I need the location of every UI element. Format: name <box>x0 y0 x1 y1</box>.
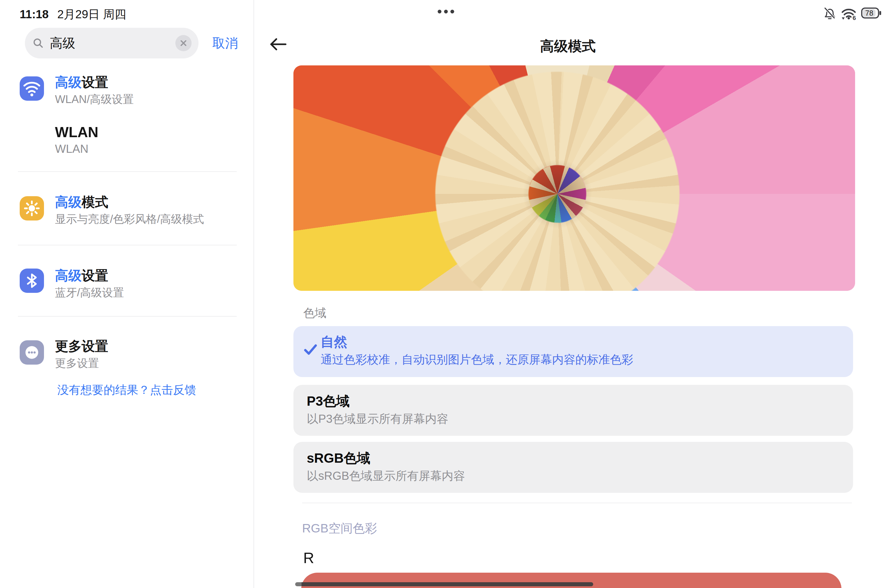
search-query-text: 高级 <box>50 35 176 52</box>
red-channel-label: R <box>303 549 314 567</box>
feedback-link[interactable]: 没有想要的结果？点击反馈 <box>0 382 254 398</box>
pencils-image <box>293 65 855 291</box>
result-title-highlight: 高级 <box>55 268 82 283</box>
option-subtitle: 以sRGB色域显示所有屏幕内容 <box>307 468 465 484</box>
gamut-option-srgb[interactable]: sRGB色域 以sRGB色域显示所有屏幕内容 <box>293 442 853 493</box>
result-subtitle: WLAN/高级设置 <box>55 92 134 107</box>
window-menu-dots-icon[interactable] <box>436 8 456 15</box>
cancel-search-button[interactable]: 取消 <box>212 35 238 52</box>
search-results-panel: 11:18 2月29日 周四 高级 取消 <box>0 0 254 588</box>
battery-icon: 78 <box>861 7 881 20</box>
bluetooth-icon <box>20 268 44 293</box>
check-icon <box>303 342 318 357</box>
gamut-section-label: 色域 <box>303 305 326 321</box>
list-divider <box>18 316 237 316</box>
section-divider <box>302 502 852 503</box>
result-title-highlight: 高级 <box>55 75 82 90</box>
option-subtitle: 以P3色域显示所有屏幕内容 <box>307 411 448 427</box>
gamut-option-p3[interactable]: P3色域 以P3色域显示所有屏幕内容 <box>293 385 853 436</box>
result-title-rest: 设置 <box>82 75 108 90</box>
option-title: P3色域 <box>307 392 350 410</box>
svg-text:6: 6 <box>852 15 856 20</box>
panel-divider <box>254 0 254 588</box>
list-divider <box>18 171 237 172</box>
result-subtitle: WLAN <box>55 142 88 155</box>
mute-bell-icon <box>822 6 836 20</box>
result-subtitle: 更多设置 <box>55 356 99 370</box>
status-time: 11:18 <box>20 8 49 21</box>
red-channel-slider-progress[interactable] <box>295 582 593 586</box>
search-input[interactable]: 高级 <box>25 28 198 58</box>
result-title-highlight: 高级 <box>55 195 82 210</box>
statusbar-right: 6 78 <box>822 6 881 20</box>
result-subtitle: 蓝牙/高级设置 <box>55 285 124 300</box>
result-title: WLAN <box>55 124 98 141</box>
result-title: 高级设置 <box>55 74 108 92</box>
search-icon <box>32 37 45 50</box>
battery-percent-text: 78 <box>865 9 873 17</box>
option-title: 自然 <box>321 333 347 351</box>
rgb-section-label: RGB空间色彩 <box>302 520 377 537</box>
result-subtitle: 显示与亮度/色彩风格/高级模式 <box>55 212 204 226</box>
list-divider <box>18 245 237 245</box>
pencils-image-center-shade <box>293 65 855 291</box>
wifi-icon <box>20 76 44 101</box>
result-title: 高级设置 <box>55 267 108 285</box>
result-title: 高级模式 <box>55 193 108 211</box>
settings-app-window: 11:18 2月29日 周四 高级 取消 <box>0 0 882 588</box>
result-title: 更多设置 <box>55 338 108 356</box>
option-title: sRGB色域 <box>307 449 370 467</box>
option-subtitle: 通过色彩校准，自动识别图片色域，还原屏幕内容的标准色彩 <box>321 352 633 368</box>
page-title: 高级模式 <box>254 37 882 56</box>
wifi6-icon: 6 <box>840 6 857 20</box>
clear-search-icon[interactable] <box>176 35 192 51</box>
status-date: 2月29日 周四 <box>57 6 126 22</box>
more-icon <box>20 340 44 364</box>
result-title-rest: 模式 <box>82 195 108 210</box>
statusbar-left: 11:18 2月29日 周四 <box>20 6 126 22</box>
result-title-rest: 设置 <box>82 268 108 283</box>
sun-icon <box>20 196 44 220</box>
search-bar: 高级 取消 <box>25 28 239 58</box>
gamut-option-natural[interactable]: 自然 通过色彩校准，自动识别图片色域，还原屏幕内容的标准色彩 <box>293 326 853 377</box>
